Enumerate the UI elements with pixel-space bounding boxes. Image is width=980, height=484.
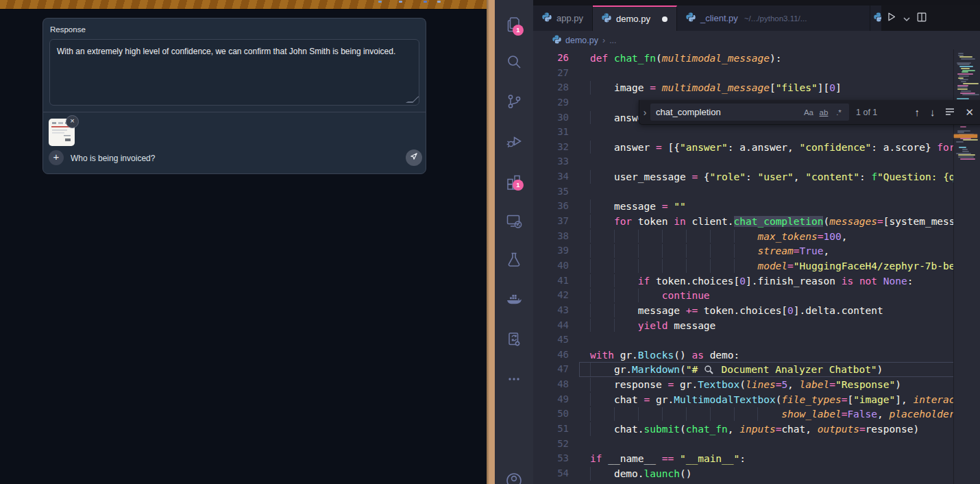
tab-label: app.py bbox=[556, 13, 583, 23]
code-line[interactable]: 47gr.Markdown("# Document Analyzer Chatb… bbox=[533, 362, 954, 377]
line-number: 29 bbox=[533, 95, 569, 110]
code-line[interactable]: 41if token.choices[0].finish_reason is n… bbox=[533, 274, 954, 289]
account-icon[interactable] bbox=[505, 472, 523, 484]
code-line[interactable]: 55 bbox=[533, 481, 954, 484]
line-number: 36 bbox=[533, 199, 569, 214]
line-number: 38 bbox=[533, 229, 569, 244]
desktop-gap bbox=[487, 0, 495, 484]
code-line[interactable]: 46with gr.Blocks() as demo: bbox=[533, 348, 954, 363]
gradio-app-window: Response With an extremely high level of… bbox=[0, 0, 487, 484]
code-line[interactable]: 32answer = [{"answer": a.answer, "confid… bbox=[533, 140, 954, 155]
run-dropdown-chevron-icon[interactable] bbox=[903, 12, 910, 25]
editor[interactable]: 26def chat_fn(multimodal_message):2728im… bbox=[533, 49, 980, 484]
line-number: 28 bbox=[533, 80, 569, 95]
activity-bar: 1 1 bbox=[495, 0, 534, 484]
testing-flask-icon[interactable] bbox=[505, 251, 523, 269]
remove-attachment-button[interactable]: × bbox=[66, 115, 79, 128]
line-number: 31 bbox=[533, 125, 569, 140]
code-line[interactable]: 53if __name__ == "__main__": bbox=[533, 451, 954, 466]
line-number: 42 bbox=[533, 288, 569, 303]
editor-actions bbox=[881, 5, 980, 31]
run-button[interactable] bbox=[885, 11, 897, 25]
previous-match-icon[interactable]: ↑ bbox=[914, 107, 920, 117]
remote-explorer-icon[interactable] bbox=[505, 212, 523, 230]
breadcrumb-separator: › bbox=[602, 36, 605, 45]
find-input[interactable]: chat_completion Aa ab .* bbox=[650, 104, 849, 121]
project-config-icon[interactable] bbox=[505, 330, 523, 348]
add-file-button[interactable]: + bbox=[49, 150, 64, 165]
next-match-icon[interactable]: ↓ bbox=[930, 107, 935, 117]
code-line[interactable]: 52 bbox=[533, 437, 954, 452]
code-line[interactable]: 51chat.submit(chat_fn, inputs=chat, outp… bbox=[533, 422, 954, 437]
python-file-icon bbox=[874, 12, 881, 25]
tab-app-py[interactable]: app.py bbox=[533, 5, 593, 31]
chat-input-panel: × + Who is being invoiced? bbox=[42, 112, 426, 174]
tab-overflow[interactable] bbox=[870, 5, 881, 31]
match-case-toggle[interactable]: Aa bbox=[801, 108, 816, 117]
code-line[interactable]: 43message += token.choices[0].delta.cont… bbox=[533, 303, 954, 318]
find-results-count: 1 of 1 bbox=[856, 108, 877, 117]
line-number: 32 bbox=[533, 140, 569, 155]
line-number: 54 bbox=[533, 466, 569, 481]
code-line[interactable]: 28image = multimodal_message["files"][0] bbox=[533, 80, 954, 95]
browser-tab-icons bbox=[378, 1, 447, 3]
code-line[interactable]: 31 bbox=[533, 125, 954, 140]
code-line[interactable]: 26def chat_fn(multimodal_message): bbox=[533, 51, 954, 66]
response-label: Response bbox=[50, 25, 86, 34]
line-number: 26 bbox=[533, 51, 569, 66]
split-editor-icon[interactable] bbox=[916, 12, 927, 25]
code-line[interactable]: 40model="HuggingFaceH4/zephyr-7b-beta bbox=[533, 258, 954, 274]
breadcrumb-file[interactable]: demo.py bbox=[565, 36, 598, 45]
regex-toggle[interactable]: .* bbox=[831, 108, 846, 117]
screen: Response With an extremely high level of… bbox=[0, 0, 980, 484]
code-line[interactable]: 54demo.launch() bbox=[533, 466, 954, 481]
find-in-selection-icon[interactable] bbox=[945, 107, 955, 117]
more-views-icon[interactable] bbox=[505, 370, 523, 388]
code-line[interactable]: 35 bbox=[533, 184, 954, 199]
line-number: 46 bbox=[533, 348, 569, 363]
close-find-icon[interactable]: ✕ bbox=[965, 107, 974, 117]
code-line[interactable]: 39stream=True, bbox=[533, 243, 954, 258]
line-number: 33 bbox=[533, 154, 569, 169]
find-query[interactable]: chat_completion bbox=[656, 107, 801, 117]
line-number: 27 bbox=[533, 66, 569, 81]
python-file-icon bbox=[602, 13, 611, 25]
line-number: 55 bbox=[533, 481, 569, 484]
code-line[interactable]: 37for token in client.chat_completion(me… bbox=[533, 214, 954, 229]
line-number: 50 bbox=[533, 407, 569, 422]
code-line[interactable]: 27 bbox=[533, 66, 954, 81]
code-line[interactable]: 42continue bbox=[533, 288, 954, 303]
breadcrumb-more[interactable]: ... bbox=[609, 36, 616, 45]
chat-message-input[interactable]: Who is being invoiced? bbox=[71, 154, 155, 163]
find-widget: › chat_completion Aa ab .* 1 of 1 ↑ ↓ ✕ bbox=[639, 100, 980, 125]
send-button[interactable] bbox=[406, 149, 422, 166]
code-line[interactable]: 50show_label=False, placeholder= bbox=[533, 407, 954, 422]
code-line[interactable]: 36message = "" bbox=[533, 199, 954, 214]
line-number: 48 bbox=[533, 377, 569, 392]
line-number: 40 bbox=[533, 258, 569, 274]
response-textarea[interactable]: With an extremely high level of confiden… bbox=[49, 39, 419, 106]
extensions-badge: 1 bbox=[513, 180, 524, 191]
code-line[interactable]: 33 bbox=[533, 154, 954, 169]
code-line[interactable]: 45 bbox=[533, 332, 954, 348]
source-control-icon[interactable] bbox=[505, 93, 523, 110]
resize-handle[interactable] bbox=[406, 95, 420, 103]
code-line[interactable]: 44yield message bbox=[533, 318, 954, 333]
code-line[interactable]: 49chat = gr.MultimodalTextbox(file_types… bbox=[533, 392, 954, 407]
line-number: 44 bbox=[533, 318, 569, 333]
modified-indicator[interactable] bbox=[662, 16, 667, 22]
line-number: 52 bbox=[533, 437, 569, 452]
whole-word-toggle[interactable]: ab bbox=[816, 108, 831, 117]
run-debug-icon[interactable] bbox=[505, 132, 523, 150]
docker-icon[interactable] bbox=[505, 291, 523, 308]
tab-demo-py[interactable]: demo.py bbox=[593, 5, 677, 31]
line-number: 30 bbox=[533, 110, 569, 125]
toggle-replace-chevron-icon[interactable]: › bbox=[639, 107, 650, 118]
tab-label: _client.py bbox=[700, 13, 738, 23]
line-number: 45 bbox=[533, 332, 569, 348]
tab-client-py[interactable]: _client.py ~/.../python3.11/... bbox=[677, 5, 870, 31]
search-icon[interactable] bbox=[505, 53, 523, 71]
code-line[interactable]: 48response = gr.Textbox(lines=5, label="… bbox=[533, 377, 954, 392]
code-line[interactable]: 38max_tokens=100, bbox=[533, 229, 954, 244]
code-line[interactable]: 34user_message = {"role": "user", "conte… bbox=[533, 169, 954, 184]
